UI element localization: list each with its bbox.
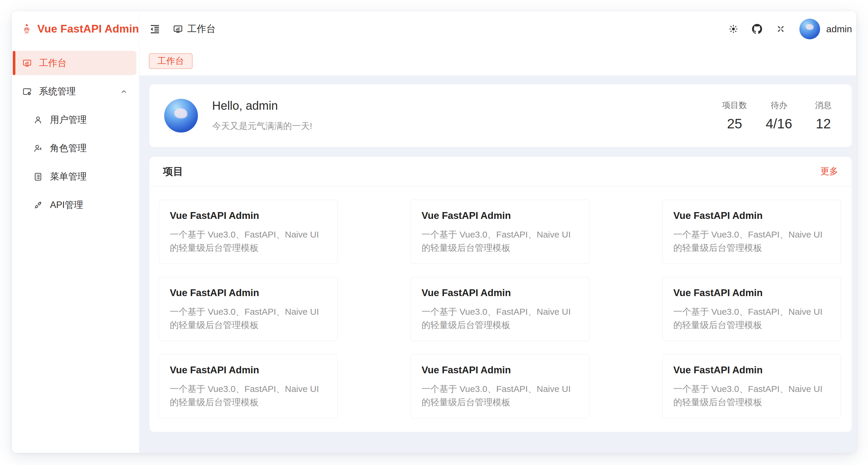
- chevron-up-icon: [120, 88, 128, 96]
- chick-logo-icon: [22, 19, 31, 39]
- sidebar-item-roles[interactable]: 角色管理: [12, 136, 139, 160]
- project-card[interactable]: Vue FastAPI Admin 一个基于 Vue3.0、FastAPI、Na…: [662, 200, 841, 264]
- sidebar-item-workbench[interactable]: 工作台: [13, 51, 136, 75]
- project-card[interactable]: Vue FastAPI Admin 一个基于 Vue3.0、FastAPI、Na…: [159, 200, 338, 264]
- collapse-sidebar-icon[interactable]: [149, 24, 160, 35]
- tag-workbench[interactable]: 工作台: [149, 53, 193, 69]
- role-user-arrow-icon: [33, 144, 43, 153]
- sidebar: Vue FastAPI Admin 工作台 系统管理 用户管理 角色管理: [12, 11, 140, 453]
- theme-toggle-button[interactable]: [728, 24, 738, 34]
- sidebar-item-label: API管理: [50, 199, 83, 211]
- project-card[interactable]: Vue FastAPI Admin 一个基于 Vue3.0、FastAPI、Na…: [159, 277, 338, 341]
- fullscreen-button[interactable]: [776, 24, 786, 34]
- github-icon: [752, 24, 762, 34]
- sidebar-item-label: 工作台: [39, 57, 67, 69]
- welcome-card: Hello, admin 今天又是元气满满的一天! 项目数 25 待办 4/16…: [149, 84, 852, 147]
- project-card[interactable]: Vue FastAPI Admin 一个基于 Vue3.0、FastAPI、Na…: [411, 200, 589, 264]
- app-logo[interactable]: Vue FastAPI Admin: [12, 11, 139, 47]
- user-name: admin: [826, 24, 852, 35]
- stat-todos: 待办 4/16: [765, 100, 793, 132]
- projects-grid: Vue FastAPI Admin 一个基于 Vue3.0、FastAPI、Na…: [149, 186, 852, 418]
- sidebar-item-label: 菜单管理: [50, 170, 87, 183]
- sun-icon: [728, 24, 738, 34]
- github-link-button[interactable]: [752, 24, 762, 34]
- more-link[interactable]: 更多: [820, 165, 838, 178]
- greeting-text: Hello, admin: [212, 99, 312, 113]
- sidebar-item-label: 用户管理: [50, 114, 87, 126]
- app-window: Vue FastAPI Admin 工作台 系统管理 用户管理 角色管理: [12, 11, 856, 453]
- project-card[interactable]: Vue FastAPI Admin 一个基于 Vue3.0、FastAPI、Na…: [411, 277, 589, 341]
- greeting-subtitle: 今天又是元气满满的一天!: [212, 120, 312, 132]
- breadcrumb[interactable]: 工作台: [173, 23, 216, 35]
- avatar: [164, 99, 198, 132]
- sidebar-menu: 工作台 系统管理 用户管理 角色管理 菜单管理 API管理: [12, 47, 139, 221]
- api-plug-icon: [33, 200, 43, 210]
- page-content: Hello, admin 今天又是元气满满的一天! 项目数 25 待办 4/16…: [140, 75, 856, 453]
- tag-bar: 工作台: [140, 47, 856, 75]
- dashboard-monitor-icon: [173, 24, 183, 34]
- fullscreen-icon: [776, 24, 786, 34]
- stats: 项目数 25 待办 4/16 消息 12: [721, 100, 837, 132]
- sidebar-item-api[interactable]: API管理: [12, 193, 139, 217]
- stat-messages: 消息 12: [810, 100, 837, 132]
- app-title: Vue FastAPI Admin: [37, 23, 139, 35]
- main-area: 工作台 admin 工作台: [140, 11, 856, 453]
- sidebar-item-label: 角色管理: [50, 142, 87, 154]
- dashboard-monitor-icon: [22, 58, 32, 68]
- project-card[interactable]: Vue FastAPI Admin 一个基于 Vue3.0、FastAPI、Na…: [159, 354, 338, 418]
- projects-title: 项目: [163, 165, 183, 178]
- stat-projects: 项目数 25: [721, 100, 748, 132]
- sidebar-item-menus[interactable]: 菜单管理: [12, 164, 139, 189]
- project-card[interactable]: Vue FastAPI Admin 一个基于 Vue3.0、FastAPI、Na…: [411, 354, 589, 418]
- projects-panel: 项目 更多 Vue FastAPI Admin 一个基于 Vue3.0、Fast…: [149, 157, 852, 432]
- top-header: 工作台 admin: [140, 11, 856, 47]
- breadcrumb-label: 工作台: [187, 23, 216, 35]
- system-window-gear-icon: [22, 87, 32, 96]
- sidebar-item-users[interactable]: 用户管理: [12, 108, 139, 132]
- sidebar-item-label: 系统管理: [39, 85, 76, 98]
- project-card[interactable]: Vue FastAPI Admin 一个基于 Vue3.0、FastAPI、Na…: [662, 354, 841, 418]
- user-menu[interactable]: admin: [799, 19, 852, 39]
- project-card[interactable]: Vue FastAPI Admin 一个基于 Vue3.0、FastAPI、Na…: [662, 277, 841, 341]
- user-icon: [33, 115, 43, 125]
- menu-list-icon: [33, 172, 43, 182]
- sidebar-item-system[interactable]: 系统管理: [12, 79, 139, 103]
- avatar: [799, 19, 820, 39]
